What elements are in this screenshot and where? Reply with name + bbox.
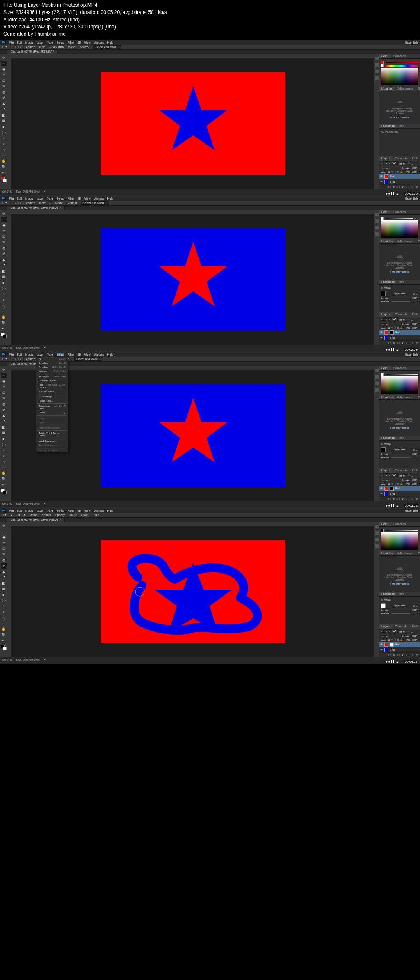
new-layer-icon[interactable]: ◫ xyxy=(411,186,414,188)
menu-select[interactable]: Select xyxy=(57,41,64,44)
layer-name[interactable]: Blue xyxy=(390,180,395,183)
dodge-tool[interactable]: ◯ xyxy=(1,130,7,135)
menu-item[interactable]: Edit in Quick Mask Mode xyxy=(36,431,68,438)
layers-panel: ρKind▦ ◉ T ▭ ◫ NormalOpacity:100% Lock:▦… xyxy=(379,161,420,189)
link-icon[interactable]: ⚯ xyxy=(388,186,391,188)
swatches-tab[interactable]: Swatches xyxy=(391,54,408,58)
properties-tab[interactable]: Properties xyxy=(379,124,397,128)
screenshot-3: Ps FileEditImageLayerTypeSelectFilter3DV… xyxy=(0,352,420,508)
mask-icon[interactable]: ◫ xyxy=(397,186,400,188)
group-icon[interactable]: ▭ xyxy=(406,186,409,188)
path-tool[interactable]: ↖ xyxy=(1,147,7,152)
paths-tab[interactable]: Paths xyxy=(410,156,420,161)
more-tools[interactable]: ⋯ xyxy=(1,170,7,175)
color-spectrum[interactable] xyxy=(381,68,418,85)
crop-tool[interactable]: ⊡ xyxy=(1,78,7,83)
menu-item[interactable]: InverseShift+Ctrl+I xyxy=(36,369,68,373)
color-swatch[interactable] xyxy=(1,177,7,182)
stamp-tool[interactable]: ▲ xyxy=(1,101,7,106)
menu-item[interactable]: Select and Mask...Alt+Ctrl+R xyxy=(36,404,68,411)
pen-tool[interactable]: ✒ xyxy=(1,135,7,141)
background-color[interactable] xyxy=(3,179,7,182)
trash-icon[interactable]: 🗑 xyxy=(415,186,418,188)
visibility-toggle[interactable]: 👁 xyxy=(380,180,383,183)
color-tab[interactable]: Color xyxy=(379,54,391,58)
info-tab[interactable]: Info xyxy=(397,124,407,128)
menu-3d[interactable]: 3D xyxy=(78,41,81,44)
fx-icon[interactable]: fx xyxy=(393,186,396,188)
layer-thumbnail[interactable] xyxy=(384,180,388,184)
menu-layer[interactable]: Layer xyxy=(37,41,44,44)
libraries-tab[interactable]: Libraries xyxy=(379,87,395,91)
menu-view[interactable]: View xyxy=(84,41,91,44)
layer-row-blue[interactable]: 👁 Blue xyxy=(379,335,420,341)
menu-item[interactable]: ReselectShift+Ctrl+D xyxy=(36,365,68,369)
layer-mask-thumb[interactable] xyxy=(390,330,394,335)
menu-help[interactable]: Help xyxy=(107,41,113,44)
panel-icon[interactable] xyxy=(375,76,379,80)
menu-item[interactable]: Deselect Layers xyxy=(36,379,68,383)
blur-tool[interactable]: ◐ xyxy=(1,124,7,129)
document-tab[interactable]: Car.jpg @ 66.7% (Red, RGB/8#) * xyxy=(7,50,58,54)
menu-item[interactable]: Load Selection... xyxy=(36,439,68,443)
canvas-area[interactable] xyxy=(7,54,374,189)
playback-indicator: ▶ ■ ▌▌ ▲ xyxy=(386,192,399,195)
menu-item[interactable]: Modify▸ xyxy=(36,411,68,415)
eyedropper-tool[interactable]: ✎ xyxy=(1,84,7,89)
adj-icon[interactable]: ◐ xyxy=(402,186,405,188)
marquee-tool[interactable]: ▭ xyxy=(1,61,7,66)
shape-tool[interactable]: ▭ xyxy=(1,153,7,158)
layer-filter[interactable]: Kind xyxy=(383,161,398,165)
more-info-link[interactable]: More Information xyxy=(390,116,410,119)
select-mask-button[interactable]: Select and Mask... xyxy=(93,45,121,49)
tool-preset-icon[interactable]: ◫▾ xyxy=(2,45,7,48)
panel-icon[interactable] xyxy=(375,70,379,73)
menu-item[interactable]: Isolate Layers xyxy=(36,389,68,393)
heal-tool[interactable]: ◍ xyxy=(1,90,7,95)
workspace-switcher[interactable]: Essentials xyxy=(405,41,418,44)
menu-item[interactable]: Focus Area... xyxy=(36,399,68,403)
adjustments-tab[interactable]: Adjustments xyxy=(395,87,416,91)
mode-value[interactable]: Normal xyxy=(80,46,89,48)
gradient-tool[interactable]: ▦ xyxy=(1,118,7,124)
menu-item[interactable]: All LayersAlt+Ctrl+A xyxy=(36,374,68,379)
feather-value[interactable]: 0 px xyxy=(39,46,45,48)
layers-tab[interactable]: Layers xyxy=(379,156,393,161)
lasso-tool[interactable]: ◉ xyxy=(1,67,7,72)
type-tool[interactable]: T xyxy=(1,141,7,147)
color-panel-tabs: Color Swatches xyxy=(379,54,420,59)
brush-tool[interactable]: ✐ xyxy=(1,95,7,101)
eraser-tool[interactable]: ◧ xyxy=(1,112,7,118)
history-brush-tool[interactable]: ↺ xyxy=(1,107,7,112)
panel-icon[interactable] xyxy=(375,63,379,67)
panel-icon[interactable] xyxy=(375,57,379,60)
layer-name[interactable]: Red xyxy=(390,175,395,178)
move-tool[interactable]: ✥ xyxy=(1,55,7,60)
layer-row-blue[interactable]: 👁 Blue xyxy=(379,179,420,185)
wand-tool[interactable]: ✧ xyxy=(1,72,7,78)
brush-tool[interactable]: ✐ xyxy=(1,563,7,569)
menu-item[interactable]: AllCtrl+A xyxy=(36,357,68,361)
menu-image[interactable]: Image xyxy=(25,41,33,44)
layer-row-red[interactable]: 👁 Red xyxy=(379,330,420,335)
visibility-toggle[interactable]: 👁 xyxy=(380,175,383,178)
menu-item: New 3D Extrusion xyxy=(36,448,68,452)
hand-tool[interactable]: ✋ xyxy=(1,158,7,164)
menubar: Ps File Edit Image Layer Type Select Fil… xyxy=(0,40,420,45)
menu-item[interactable]: DeselectCtrl+D xyxy=(36,361,68,365)
menu-edit[interactable]: Edit xyxy=(17,41,22,44)
star-shape xyxy=(156,83,230,156)
collapsed-panels[interactable] xyxy=(374,54,379,189)
menu-type[interactable]: Type xyxy=(47,41,53,44)
menu-file[interactable]: File xyxy=(9,41,14,44)
menu-filter[interactable]: Filter xyxy=(68,41,74,44)
menu-window[interactable]: Window xyxy=(94,41,104,44)
menu-item[interactable]: Color Range... xyxy=(36,395,68,399)
layer-row-red[interactable]: 👁 Red xyxy=(379,174,420,179)
channels-tab[interactable]: Channels xyxy=(393,156,410,161)
zoom-tool[interactable]: 🔍 xyxy=(1,164,7,170)
layer-thumbnail[interactable] xyxy=(384,174,388,179)
styles-tab[interactable]: Styles xyxy=(415,87,420,91)
menu-item[interactable]: Find LayersAlt+Shift+Ctrl+F xyxy=(36,383,68,389)
zoom-level[interactable]: 66.67% xyxy=(2,190,12,193)
